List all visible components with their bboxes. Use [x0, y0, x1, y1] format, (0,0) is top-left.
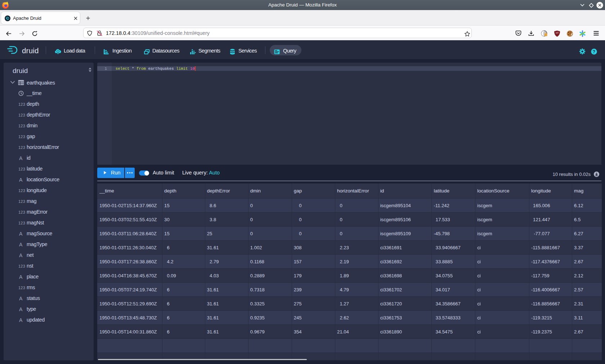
svg-text:uO: uO — [556, 32, 559, 34]
svg-text:?: ? — [593, 49, 595, 54]
